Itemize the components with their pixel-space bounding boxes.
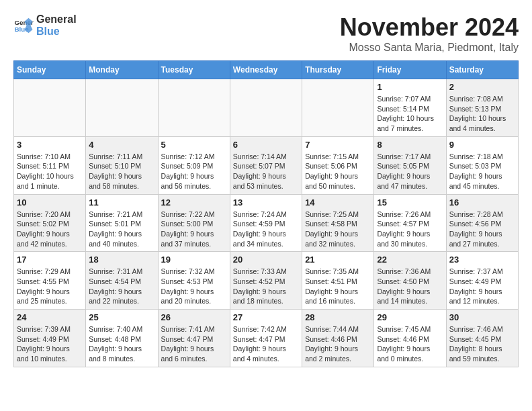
day-number: 15	[377, 197, 443, 208]
day-info: Sunrise: 7:41 AM Sunset: 4:47 PM Dayligh…	[161, 324, 227, 364]
calendar-cell: 23Sunrise: 7:37 AM Sunset: 4:49 PM Dayli…	[446, 252, 518, 310]
day-info: Sunrise: 7:32 AM Sunset: 4:53 PM Dayligh…	[161, 267, 227, 306]
day-number: 14	[305, 197, 371, 208]
day-info: Sunrise: 7:20 AM Sunset: 5:02 PM Dayligh…	[17, 210, 83, 249]
calendar-cell: 22Sunrise: 7:36 AM Sunset: 4:50 PM Dayli…	[374, 252, 446, 310]
day-number: 26	[161, 312, 227, 322]
day-info: Sunrise: 7:28 AM Sunset: 4:56 PM Dayligh…	[449, 210, 515, 249]
calendar-cell: 4Sunrise: 7:11 AM Sunset: 5:10 PM Daylig…	[86, 136, 158, 194]
calendar-cell: 17Sunrise: 7:29 AM Sunset: 4:55 PM Dayli…	[14, 252, 86, 310]
day-number: 9	[449, 140, 515, 150]
logo-icon: General Blue	[13, 15, 34, 36]
day-number: 16	[449, 197, 515, 208]
day-info: Sunrise: 7:10 AM Sunset: 5:11 PM Dayligh…	[17, 152, 83, 191]
day-number: 21	[305, 255, 371, 265]
month-title: November 2024	[340, 13, 519, 42]
day-info: Sunrise: 7:33 AM Sunset: 4:52 PM Dayligh…	[233, 267, 299, 306]
day-number: 27	[233, 312, 299, 322]
week-row-3: 10Sunrise: 7:20 AM Sunset: 5:02 PM Dayli…	[14, 194, 519, 252]
day-info: Sunrise: 7:37 AM Sunset: 4:49 PM Dayligh…	[449, 267, 515, 306]
day-number: 19	[161, 255, 227, 265]
day-info: Sunrise: 7:44 AM Sunset: 4:46 PM Dayligh…	[305, 324, 371, 364]
day-number: 24	[17, 312, 83, 322]
day-info: Sunrise: 7:17 AM Sunset: 5:05 PM Dayligh…	[377, 152, 443, 191]
week-row-5: 24Sunrise: 7:39 AM Sunset: 4:49 PM Dayli…	[14, 310, 519, 367]
day-number: 7	[305, 140, 371, 150]
week-row-4: 17Sunrise: 7:29 AM Sunset: 4:55 PM Dayli…	[14, 252, 519, 310]
day-number: 13	[233, 197, 299, 208]
logo-general-text: General	[36, 13, 77, 26]
calendar-cell: 18Sunrise: 7:31 AM Sunset: 4:54 PM Dayli…	[86, 252, 158, 310]
week-row-1: 1Sunrise: 7:07 AM Sunset: 5:14 PM Daylig…	[14, 79, 519, 137]
calendar-cell: 24Sunrise: 7:39 AM Sunset: 4:49 PM Dayli…	[14, 310, 86, 367]
day-info: Sunrise: 7:29 AM Sunset: 4:55 PM Dayligh…	[17, 267, 83, 306]
calendar-cell	[14, 79, 86, 137]
calendar-cell: 14Sunrise: 7:25 AM Sunset: 4:58 PM Dayli…	[302, 194, 374, 252]
calendar-cell: 15Sunrise: 7:26 AM Sunset: 4:57 PM Dayli…	[374, 194, 446, 252]
calendar-cell: 11Sunrise: 7:21 AM Sunset: 5:01 PM Dayli…	[86, 194, 158, 252]
header-friday: Friday	[374, 61, 446, 79]
calendar-cell: 10Sunrise: 7:20 AM Sunset: 5:02 PM Dayli…	[14, 194, 86, 252]
day-number: 23	[449, 255, 515, 265]
calendar-cell: 29Sunrise: 7:45 AM Sunset: 4:46 PM Dayli…	[374, 310, 446, 367]
calendar-cell	[86, 79, 158, 137]
calendar-cell: 28Sunrise: 7:44 AM Sunset: 4:46 PM Dayli…	[302, 310, 374, 367]
calendar-cell: 20Sunrise: 7:33 AM Sunset: 4:52 PM Dayli…	[230, 252, 302, 310]
day-info: Sunrise: 7:35 AM Sunset: 4:51 PM Dayligh…	[305, 267, 371, 306]
day-info: Sunrise: 7:39 AM Sunset: 4:49 PM Dayligh…	[17, 324, 83, 364]
day-info: Sunrise: 7:11 AM Sunset: 5:10 PM Dayligh…	[89, 152, 154, 191]
day-number: 20	[233, 255, 299, 265]
day-number: 8	[377, 140, 443, 150]
calendar-cell: 30Sunrise: 7:46 AM Sunset: 4:45 PM Dayli…	[446, 310, 518, 367]
calendar-cell: 13Sunrise: 7:24 AM Sunset: 4:59 PM Dayli…	[230, 194, 302, 252]
day-number: 17	[17, 255, 83, 265]
day-number: 11	[89, 197, 154, 208]
calendar-cell: 7Sunrise: 7:15 AM Sunset: 5:06 PM Daylig…	[302, 136, 374, 194]
day-info: Sunrise: 7:14 AM Sunset: 5:07 PM Dayligh…	[233, 152, 299, 191]
day-info: Sunrise: 7:25 AM Sunset: 4:58 PM Dayligh…	[305, 210, 371, 249]
day-info: Sunrise: 7:45 AM Sunset: 4:46 PM Dayligh…	[377, 324, 443, 364]
calendar-cell: 21Sunrise: 7:35 AM Sunset: 4:51 PM Dayli…	[302, 252, 374, 310]
day-info: Sunrise: 7:12 AM Sunset: 5:09 PM Dayligh…	[161, 152, 227, 191]
header-saturday: Saturday	[446, 61, 518, 79]
day-number: 5	[161, 140, 227, 150]
day-number: 18	[89, 255, 154, 265]
day-number: 30	[449, 312, 515, 322]
day-info: Sunrise: 7:42 AM Sunset: 4:47 PM Dayligh…	[233, 324, 299, 364]
day-info: Sunrise: 7:31 AM Sunset: 4:54 PM Dayligh…	[89, 267, 154, 306]
header-wednesday: Wednesday	[230, 61, 302, 79]
title-section: November 2024 Mosso Santa Maria, Piedmon…	[340, 13, 519, 54]
day-info: Sunrise: 7:08 AM Sunset: 5:13 PM Dayligh…	[449, 94, 515, 134]
day-info: Sunrise: 7:21 AM Sunset: 5:01 PM Dayligh…	[89, 210, 154, 249]
day-number: 28	[305, 312, 371, 322]
day-number: 1	[377, 82, 443, 92]
day-number: 2	[449, 82, 515, 92]
day-number: 3	[17, 140, 83, 150]
location-title: Mosso Santa Maria, Piedmont, Italy	[340, 42, 519, 54]
calendar-cell: 26Sunrise: 7:41 AM Sunset: 4:47 PM Dayli…	[158, 310, 230, 367]
calendar-cell: 1Sunrise: 7:07 AM Sunset: 5:14 PM Daylig…	[374, 79, 446, 137]
header-sunday: Sunday	[14, 61, 86, 79]
day-info: Sunrise: 7:15 AM Sunset: 5:06 PM Dayligh…	[305, 152, 371, 191]
day-number: 4	[89, 140, 154, 150]
page-header: General Blue General Blue November 2024 …	[13, 13, 519, 54]
logo-blue-text: Blue	[36, 26, 77, 38]
header-monday: Monday	[86, 61, 158, 79]
calendar-cell: 27Sunrise: 7:42 AM Sunset: 4:47 PM Dayli…	[230, 310, 302, 367]
day-number: 12	[161, 197, 227, 208]
calendar-header-row: Sunday Monday Tuesday Wednesday Thursday…	[14, 61, 519, 79]
day-info: Sunrise: 7:40 AM Sunset: 4:48 PM Dayligh…	[89, 324, 154, 364]
calendar-cell: 8Sunrise: 7:17 AM Sunset: 5:05 PM Daylig…	[374, 136, 446, 194]
calendar-table: Sunday Monday Tuesday Wednesday Thursday…	[13, 60, 519, 367]
day-info: Sunrise: 7:22 AM Sunset: 5:00 PM Dayligh…	[161, 210, 227, 249]
calendar-cell	[158, 79, 230, 137]
calendar-cell	[230, 79, 302, 137]
day-number: 25	[89, 312, 154, 322]
calendar-cell: 6Sunrise: 7:14 AM Sunset: 5:07 PM Daylig…	[230, 136, 302, 194]
day-info: Sunrise: 7:07 AM Sunset: 5:14 PM Dayligh…	[377, 94, 443, 134]
calendar-cell: 3Sunrise: 7:10 AM Sunset: 5:11 PM Daylig…	[14, 136, 86, 194]
day-info: Sunrise: 7:36 AM Sunset: 4:50 PM Dayligh…	[377, 267, 443, 306]
day-number: 6	[233, 140, 299, 150]
header-thursday: Thursday	[302, 61, 374, 79]
calendar-cell: 5Sunrise: 7:12 AM Sunset: 5:09 PM Daylig…	[158, 136, 230, 194]
